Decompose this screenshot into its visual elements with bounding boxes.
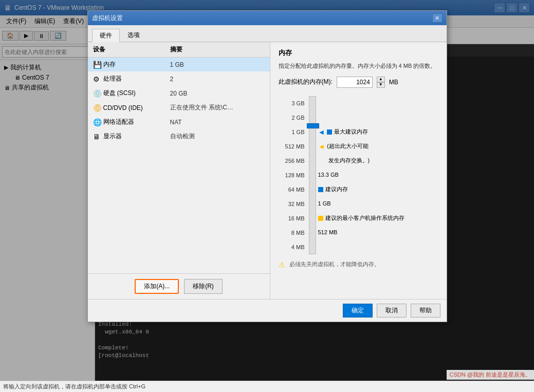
memory-description: 指定分配给此虚拟机的内存量。内存大小必须为 4 MB 的倍数。 — [279, 62, 438, 70]
dialog-overlay: 虚拟机设置 ✕ 硬件 选项 设备 摘要 — [0, 0, 534, 392]
memory-input-label: 此虚拟机的内存(M): — [279, 78, 333, 86]
memory-title: 内存 — [279, 48, 438, 58]
spin-down-button[interactable]: ▼ — [377, 82, 385, 88]
memory-panel: 内存 指定分配给此虚拟机的内存量。内存大小必须为 4 MB 的倍数。 此虚拟机的… — [270, 42, 447, 299]
hdd-icon: 💿 — [93, 89, 103, 98]
device-name-hdd: 硬盘 (SCSI) — [103, 89, 170, 98]
dialog-tab-bar: 硬件 选项 — [88, 25, 447, 42]
memory-value-input[interactable] — [337, 77, 373, 88]
device-list-header: 设备 摘要 — [88, 42, 270, 58]
csdn-text: CSDN @我的 前途是是星辰海。 — [450, 371, 531, 378]
device-list-buttons: 添加(A)... 移除(R) — [88, 273, 270, 299]
memory-unit-label: MB — [389, 79, 398, 86]
label-4mb: 4 MB — [291, 240, 307, 254]
dialog-close-button[interactable]: ✕ — [432, 13, 443, 23]
device-name-cdvd: CD/DVD (IDE) — [103, 104, 170, 111]
device-name-network: 网络适配器 — [103, 118, 170, 126]
dialog-footer: 确定 取消 帮助 — [88, 299, 447, 322]
annotation-512mb-swap: ◄ (超出此大小可能 — [318, 139, 438, 154]
vmware-window: 🖥 CentOS 7 - VMware Workstation ─ □ ✕ 文件… — [0, 0, 534, 392]
dialog-body: 设备 摘要 💾 内存 1 GB ⚙ 处理器 — [88, 42, 447, 299]
ok-button[interactable]: 确定 — [343, 304, 373, 318]
yellow-arrow-swap-icon: ◄ — [318, 142, 325, 151]
annotation-1gb-max: ◄ 最大建议内存 — [318, 125, 438, 139]
device-summary-cdvd: 正在使用文件 系统\CentOS-7-x... — [170, 103, 237, 112]
add-device-button[interactable]: 添加(A)... — [135, 279, 179, 294]
slider-bar-container — [309, 96, 316, 254]
device-item-memory[interactable]: 💾 内存 1 GB — [88, 58, 270, 72]
device-summary-memory: 1 GB — [170, 61, 265, 68]
device-summary-cpu: 2 — [170, 76, 265, 83]
warning-icon: ⚠ — [279, 260, 285, 269]
annotation-swap-label2: 发生内存交换。) — [328, 157, 370, 164]
annotation-swap-label: (超出此大小可能 — [327, 142, 369, 150]
annotation-512mb-label: 512 MB — [318, 229, 338, 236]
device-item-cpu[interactable]: ⚙ 处理器 2 — [88, 72, 270, 86]
annotation-1gb-label: 1 GB — [318, 200, 331, 207]
device-item-hdd[interactable]: 💿 硬盘 (SCSI) 20 GB — [88, 86, 270, 101]
device-item-cdvd[interactable]: 📀 CD/DVD (IDE) 正在使用文件 系统\CentOS-7-x... — [88, 101, 270, 115]
label-32mb: 32 MB — [288, 197, 307, 211]
memory-annotations: ◄ 最大建议内存 ◄ (超出此大小可能 发生内存交换。) — [318, 96, 438, 254]
device-name-cpu: 处理器 — [103, 74, 170, 83]
network-icon: 🌐 — [93, 118, 103, 126]
warning-text: 必须先关闭虚拟机，才能降低内存。 — [289, 260, 380, 268]
status-bar: 将输入定向到该虚拟机，请在虚拟机内部单击或按 Ctrl+G — [0, 381, 534, 392]
label-16mb: 16 MB — [288, 211, 307, 226]
dialog-title-bar: 虚拟机设置 ✕ — [88, 11, 447, 25]
device-name-memory: 内存 — [103, 60, 170, 69]
device-list-panel: 设备 摘要 💾 内存 1 GB ⚙ 处理器 — [88, 42, 270, 299]
label-8mb: 8 MB — [291, 226, 307, 240]
device-summary-hdd: 20 GB — [170, 90, 265, 97]
annotation-133gb-label: 13.3 GB — [318, 171, 339, 178]
device-name-display: 显示器 — [103, 132, 170, 141]
device-summary-display: 自动检测 — [170, 132, 265, 141]
device-item-display[interactable]: 🖥 显示器 自动检测 — [88, 129, 270, 144]
blue-arrow-max-icon: ◄ — [318, 128, 325, 136]
label-256mb: 256 MB — [285, 154, 307, 168]
cdvd-icon: 📀 — [93, 104, 103, 112]
help-button[interactable]: 帮助 — [411, 304, 440, 318]
annotation-1gb-rec: 1 GB — [318, 197, 438, 211]
memory-slider-bar[interactable] — [309, 96, 316, 254]
annotation-swap-line2: 发生内存交换。) — [318, 154, 438, 168]
display-icon: 🖥 — [93, 133, 103, 141]
memory-input-row: 此虚拟机的内存(M): ▲ ▼ MB — [279, 77, 438, 88]
settings-dialog: 虚拟机设置 ✕ 硬件 选项 设备 摘要 — [87, 10, 447, 322]
spin-up-button[interactable]: ▲ — [377, 77, 385, 82]
col-summary-header: 摘要 — [170, 45, 265, 54]
csdn-watermark: CSDN @我的 前途是是星辰海。 — [447, 370, 534, 380]
remove-device-button[interactable]: 移除(R) — [184, 279, 223, 294]
device-list-items: 💾 内存 1 GB ⚙ 处理器 2 💿 硬盘 — [88, 58, 270, 273]
device-summary-network: NAT — [170, 119, 265, 126]
label-128mb: 128 MB — [285, 168, 307, 182]
annotation-max-memory-label: 最大建议内存 — [334, 128, 368, 135]
annotation-3gb — [318, 96, 438, 110]
tab-options[interactable]: 选项 — [120, 28, 148, 42]
label-2gb: 2 GB — [291, 110, 306, 125]
label-64mb: 64 MB — [288, 182, 307, 197]
memory-icon: 💾 — [93, 61, 103, 69]
annotation-133gb: 13.3 GB — [318, 168, 438, 182]
blue-square-max-icon — [327, 129, 332, 135]
annotation-512mb-min: 512 MB — [318, 226, 438, 240]
col-device-header: 设备 — [93, 45, 170, 54]
label-1gb: 1 GB — [291, 125, 306, 139]
yellow-square-min-icon — [318, 216, 323, 221]
device-item-network[interactable]: 🌐 网络适配器 NAT — [88, 115, 270, 129]
memory-labels: 3 GB 2 GB 1 GB 512 MB 256 MB 128 MB 64 M… — [279, 96, 307, 254]
memory-spinners: ▲ ▼ — [377, 77, 385, 88]
cpu-icon: ⚙ — [93, 75, 103, 83]
memory-warning: ⚠ 必须先关闭虚拟机，才能降低内存。 — [279, 260, 438, 269]
status-text: 将输入定向到该虚拟机，请在虚拟机内部单击或按 Ctrl+G — [3, 383, 145, 390]
blue-square-rec-icon — [318, 187, 323, 192]
label-3gb: 3 GB — [291, 96, 306, 110]
annotation-2gb — [318, 110, 438, 125]
cancel-button[interactable]: 取消 — [377, 304, 407, 318]
tab-hardware[interactable]: 硬件 — [92, 29, 120, 42]
dialog-title: 虚拟机设置 — [92, 14, 123, 23]
annotation-recommended-label: 建议内存 — [325, 185, 348, 193]
annotation-recommended: 建议内存 — [318, 182, 438, 197]
annotation-min-os: 建议的最小客户机操作系统内存 — [318, 211, 438, 226]
slider-thumb[interactable] — [307, 123, 319, 128]
